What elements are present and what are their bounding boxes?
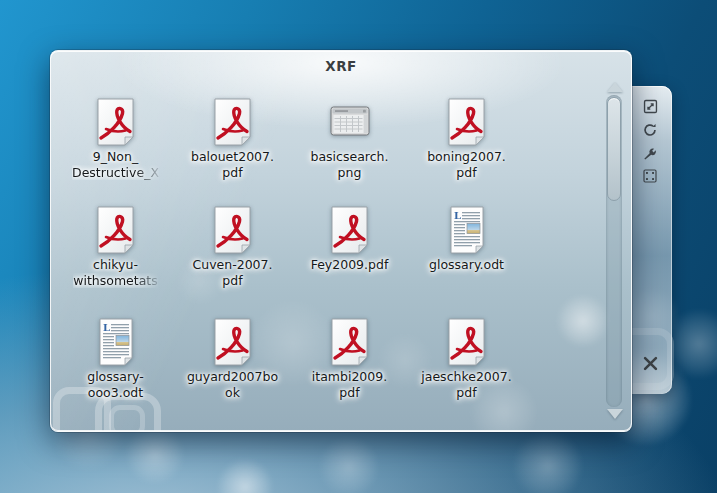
file-label: boning2007.pdf: [427, 149, 506, 180]
file-item[interactable]: itambi2009.pdf: [291, 316, 408, 426]
file-label: Fey2009.pdf: [311, 257, 389, 273]
file-label: jaeschke2007.pdf: [421, 369, 511, 400]
widget-handle: [628, 86, 672, 394]
file-item[interactable]: chikyu-withsometats: [57, 204, 174, 316]
file-item[interactable]: Cuven-2007.pdf: [174, 204, 291, 316]
scrollbar-down-arrow[interactable]: [607, 409, 623, 419]
file-label: Cuven-2007.pdf: [193, 257, 273, 288]
pdf-file-icon[interactable]: [211, 98, 255, 146]
bokeh-circle: [512, 430, 584, 493]
wrench-icon: [642, 145, 659, 162]
rotate-icon: [641, 121, 659, 139]
file-label: itambi2009.pdf: [312, 369, 387, 400]
resize-icon: [642, 98, 659, 115]
file-item[interactable]: Fey2009.pdf: [291, 204, 408, 316]
pdf-file-icon[interactable]: [211, 318, 255, 366]
scrollbar-up-arrow[interactable]: [607, 82, 623, 92]
file-item[interactable]: guyard2007book: [174, 316, 291, 426]
pdf-file-icon[interactable]: [445, 98, 489, 146]
png-file-icon[interactable]: [328, 98, 372, 146]
file-item[interactable]: basicsearch.png: [291, 96, 408, 204]
resize-button[interactable]: [640, 96, 660, 116]
configure-button[interactable]: [640, 143, 660, 163]
file-item[interactable]: boning2007.pdf: [408, 96, 525, 204]
bokeh-circle: [125, 425, 185, 485]
rotate-button[interactable]: [640, 120, 660, 140]
file-item[interactable]: L glossary-ooo3.odt: [57, 316, 174, 426]
file-item[interactable]: 9_Non_Destructive_X: [57, 96, 174, 204]
file-label: 9_Non_Destructive_X: [72, 149, 159, 180]
maximize-icon: [642, 168, 658, 184]
folder-view-popup: XRF 9_Non_Destructive_X balouet2007.pdf: [50, 50, 632, 432]
file-label: chikyu-withsometats: [73, 257, 158, 288]
pdf-file-icon[interactable]: [445, 318, 489, 366]
file-label: guyard2007book: [187, 369, 278, 400]
close-button[interactable]: [640, 353, 660, 373]
svg-text:L: L: [454, 210, 461, 221]
pdf-file-icon[interactable]: [328, 318, 372, 366]
pdf-file-icon[interactable]: [94, 206, 138, 254]
odt-file-icon[interactable]: L: [445, 206, 489, 254]
desktop: XRF 9_Non_Destructive_X balouet2007.pdf: [0, 0, 717, 493]
file-label: balouet2007.pdf: [191, 149, 274, 180]
file-item[interactable]: jaeschke2007.pdf: [408, 316, 525, 426]
close-icon: [641, 354, 660, 373]
pdf-file-icon[interactable]: [211, 206, 255, 254]
popup-title: XRF: [51, 58, 631, 74]
file-label: glossary.odt: [429, 257, 504, 273]
file-item[interactable]: L glossary.odt: [408, 204, 525, 316]
bokeh-circle: [556, 294, 610, 348]
file-item[interactable]: balouet2007.pdf: [174, 96, 291, 204]
odt-file-icon[interactable]: L: [94, 318, 138, 366]
bokeh-circle: [216, 458, 274, 493]
svg-text:L: L: [103, 322, 110, 333]
scrollbar-thumb[interactable]: [607, 97, 621, 201]
file-grid: 9_Non_Destructive_X balouet2007.pdf basi…: [57, 96, 525, 426]
pdf-file-icon[interactable]: [328, 206, 372, 254]
file-label: basicsearch.png: [311, 149, 389, 180]
bokeh-circle: [318, 436, 380, 493]
pdf-file-icon[interactable]: [94, 98, 138, 146]
maximize-button[interactable]: [640, 166, 660, 186]
file-label: glossary-ooo3.odt: [87, 369, 144, 400]
